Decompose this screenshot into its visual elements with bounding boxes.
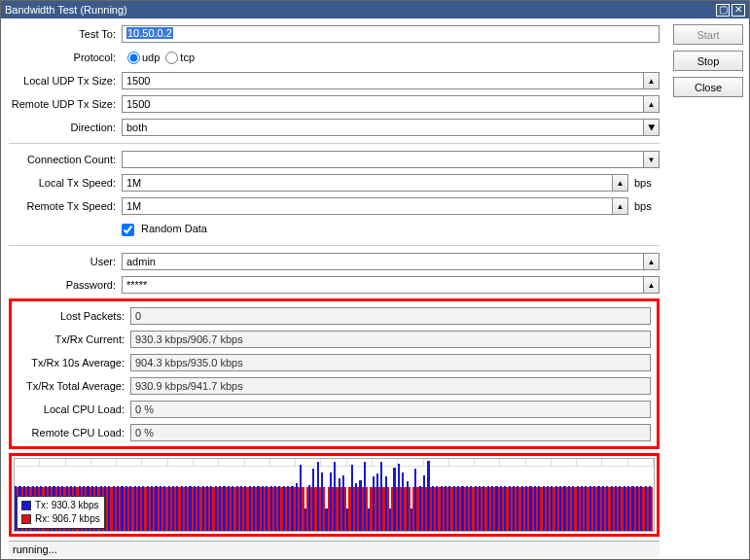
label-remote-cpu: Remote CPU Load: (18, 427, 126, 438)
label-local-udp-tx: Local UDP Tx Size: (9, 75, 118, 87)
txrx-10s-value (130, 354, 651, 371)
unit-bps: bps (632, 177, 660, 189)
titlebar: Bandwidth Test (Running) ▢ ✕ (1, 1, 749, 18)
remote-tx-speed-input[interactable] (122, 197, 613, 215)
password-input[interactable] (122, 276, 644, 294)
local-tx-speed-input[interactable] (122, 174, 613, 192)
random-data-checkbox[interactable] (122, 224, 134, 236)
spin-up-icon[interactable]: ▲ (644, 72, 660, 89)
label-txrx-current: Tx/Rx Current: (18, 333, 126, 345)
local-cpu-value (130, 401, 651, 418)
label-local-tx-speed: Local Tx Speed: (9, 177, 118, 189)
label-conn-count: Connection Count: (9, 154, 118, 165)
label-remote-tx-speed: Remote Tx Speed: (9, 200, 118, 212)
minimize-icon[interactable]: ▢ (716, 4, 730, 17)
close-icon[interactable]: ✕ (732, 4, 745, 17)
stop-button[interactable]: Stop (673, 51, 743, 71)
label-user: User: (9, 256, 118, 267)
label-password: Password: (9, 279, 118, 291)
label-test-to: Test To: (9, 28, 118, 40)
legend-rx-label: Rx: 906.7 kbps (35, 512, 100, 526)
remote-udp-tx-input[interactable] (122, 95, 644, 113)
window-body: Test To: 10.50.0.2 Protocol: udp tcp Loc… (1, 18, 749, 559)
chart-legend: Tx: 930.3 kbps Rx: 906.7 kbps (17, 496, 105, 529)
dropdown-icon[interactable]: ⯆ (644, 119, 660, 136)
spin-up-icon[interactable]: ▲ (644, 95, 660, 113)
window-title: Bandwidth Test (Running) (5, 4, 714, 16)
label-local-cpu: Local CPU Load: (18, 403, 126, 415)
status-bar: running... (9, 541, 660, 557)
txrx-total-value (130, 377, 651, 395)
label-remote-udp-tx: Remote UDP Tx Size: (9, 98, 118, 110)
radio-tcp-label: tcp (180, 52, 195, 63)
radio-tcp[interactable] (165, 52, 178, 64)
legend-rx-swatch (21, 514, 31, 524)
radio-udp-label: udp (142, 52, 160, 63)
conn-count-input[interactable] (122, 151, 644, 168)
separator (9, 245, 660, 246)
spin-up-icon[interactable]: ▲ (644, 276, 660, 294)
label-txrx-total: Tx/Rx Total Average: (18, 380, 126, 392)
stats-box: Lost Packets: Tx/Rx Current: Tx/Rx 10s A… (9, 298, 660, 449)
bandwidth-chart: Tx: 930.3 kbps Rx: 906.7 kbps (14, 458, 655, 532)
close-button[interactable]: Close (673, 77, 743, 97)
spin-up-icon[interactable]: ▲ (613, 197, 628, 215)
form-panel: Test To: 10.50.0.2 Protocol: udp tcp Loc… (1, 18, 667, 559)
label-lost-packets: Lost Packets: (18, 310, 126, 322)
side-panel: Start Stop Close (667, 18, 749, 559)
test-to-input[interactable]: 10.50.0.2 (122, 25, 660, 43)
txrx-current-value (130, 331, 651, 348)
unit-bps: bps (632, 200, 660, 212)
dropdown-icon[interactable]: ▼ (644, 151, 660, 168)
legend-tx-label: Tx: 930.3 kbps (35, 499, 99, 512)
spin-up-icon[interactable]: ▲ (644, 253, 660, 270)
lost-packets-value (130, 307, 651, 325)
chart-box: Tx: 930.3 kbps Rx: 906.7 kbps (9, 453, 660, 537)
local-udp-tx-input[interactable] (122, 72, 644, 89)
remote-cpu-value (130, 424, 651, 441)
bandwidth-test-window: Bandwidth Test (Running) ▢ ✕ Test To: 10… (0, 0, 750, 560)
label-txrx-10s: Tx/Rx 10s Average: (18, 357, 126, 368)
chart-bars (15, 459, 654, 531)
direction-select[interactable] (122, 119, 644, 136)
radio-udp[interactable] (127, 52, 140, 64)
label-direction: Direction: (9, 122, 118, 133)
spin-up-icon[interactable]: ▲ (613, 174, 628, 192)
start-button[interactable]: Start (673, 24, 743, 45)
label-protocol: Protocol: (9, 52, 118, 63)
random-data-label: Random Data (141, 223, 207, 234)
legend-tx-swatch (21, 501, 31, 510)
user-input[interactable] (122, 253, 644, 270)
separator (9, 143, 660, 144)
